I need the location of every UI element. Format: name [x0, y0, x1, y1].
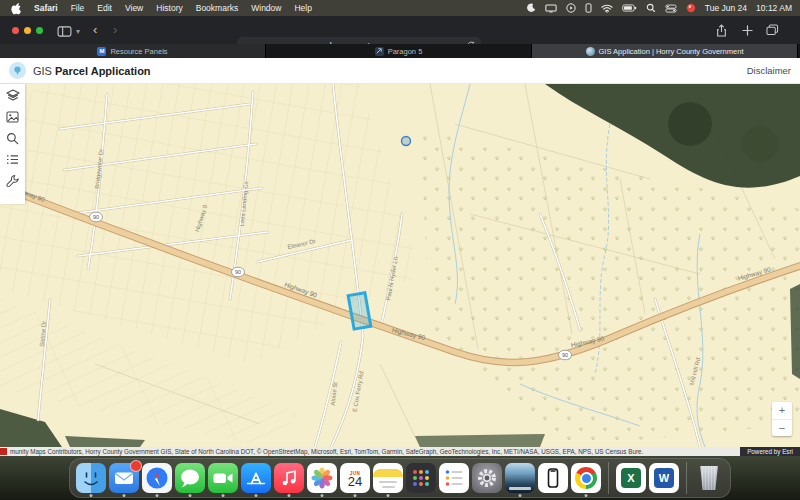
menu-item-window[interactable]: Window [251, 3, 281, 13]
shield-90: 90 [93, 214, 99, 220]
dock-facetime-icon[interactable] [208, 463, 238, 493]
map-tool-panel [0, 84, 25, 204]
dock-chrome-icon[interactable] [571, 463, 601, 493]
gis-app-logo-icon [9, 62, 26, 79]
dock-launchpad-icon[interactable] [406, 463, 436, 493]
battery-icon[interactable] [622, 4, 637, 12]
mail-badge [130, 460, 142, 472]
tab-favicon-arrow [375, 47, 384, 56]
tab-resource-panels[interactable]: M Resource Panels [0, 44, 266, 58]
chrome-logo [575, 467, 597, 489]
forward-button[interactable]: › [113, 22, 117, 38]
shield-90: 90 [562, 352, 568, 358]
location-marker[interactable] [402, 137, 411, 146]
notes-line [379, 481, 397, 483]
disclaimer-link[interactable]: Disclaimer [747, 65, 800, 76]
window-minimize-button[interactable] [24, 27, 31, 34]
dock-music-icon[interactable] [274, 463, 304, 493]
map-zoom-control: + − [772, 402, 792, 436]
sidebar-chevron-icon[interactable]: ▾ [76, 24, 80, 40]
tab-label: GIS Application | Horry County Governmen… [599, 47, 744, 56]
dock-photos-icon[interactable] [307, 463, 337, 493]
play-circle-icon[interactable] [566, 3, 576, 13]
control-center-icon[interactable] [665, 4, 677, 13]
wallpaper-caption-bar [509, 487, 531, 490]
dock-notes-icon[interactable] [373, 463, 403, 493]
screen: Safari File Edit View History Bookmarks … [0, 0, 800, 500]
dock: JUN 24 [69, 458, 731, 498]
attribution-logo-fragment [0, 448, 7, 455]
tab-label: Paragon 5 [388, 47, 423, 56]
tab-favicon-m: M [97, 47, 106, 56]
dock-separator [608, 462, 609, 494]
apple-icon[interactable] [10, 2, 21, 15]
notes-line [382, 486, 395, 488]
gis-app-header: GIS Parcel Application Disclaimer [0, 58, 800, 84]
red-circle-icon[interactable] [686, 3, 696, 13]
tab-overview-icon[interactable] [766, 24, 779, 40]
tab-label: Resource Panels [110, 47, 167, 56]
dock-calendar-icon[interactable]: JUN 24 [340, 463, 370, 493]
spotlight-icon[interactable] [646, 3, 656, 13]
tools-icon[interactable] [6, 174, 19, 187]
dock-iphone-mirroring-icon[interactable] [538, 463, 568, 493]
sidebar-toggle-icon[interactable] [57, 25, 72, 41]
dock-system-settings-icon[interactable] [472, 463, 502, 493]
excel-letter: X [621, 468, 641, 488]
display-icon[interactable] [545, 4, 557, 13]
map-canvas[interactable]: 90 90 90 Highway 90 Highway 90 Highway 9… [0, 84, 800, 447]
back-button[interactable]: ‹ [93, 22, 97, 38]
shield-90: 90 [235, 269, 241, 275]
tab-paragon-5[interactable]: Paragon 5 [266, 44, 532, 58]
notes-yellow-strip [373, 469, 403, 477]
phone-icon[interactable] [585, 3, 592, 13]
wifi-icon[interactable] [601, 4, 613, 13]
menu-item-file[interactable]: File [71, 3, 85, 13]
dock-word-icon[interactable]: W [649, 463, 679, 493]
safari-tab-bar: M Resource Panels Paragon 5 GIS Applicat… [0, 44, 800, 58]
dock-trash-icon[interactable] [694, 463, 724, 493]
window-zoom-button[interactable] [36, 27, 43, 34]
macos-menu-bar: Safari File Edit View History Bookmarks … [0, 0, 800, 16]
menu-item-view[interactable]: View [125, 3, 143, 13]
attribution-text: munity Maps Contributors, Horry County G… [10, 448, 643, 455]
dock-finder-icon[interactable] [76, 463, 106, 493]
layers-icon[interactable] [6, 89, 20, 102]
basemap-icon[interactable] [6, 111, 19, 123]
dock-app-store-icon[interactable] [241, 463, 271, 493]
menu-item-history[interactable]: History [156, 3, 182, 13]
search-icon[interactable] [6, 132, 19, 145]
moon-icon[interactable] [526, 3, 536, 13]
menu-item-edit[interactable]: Edit [97, 3, 112, 13]
calendar-day: 24 [348, 476, 362, 488]
zoom-out-button[interactable]: − [772, 420, 792, 437]
menu-item-bookmarks[interactable]: Bookmarks [196, 3, 239, 13]
legend-icon[interactable] [6, 154, 19, 165]
dock-separator [686, 462, 687, 494]
window-close-button[interactable] [12, 27, 19, 34]
map-graphics: 90 90 90 Highway 90 Highway 90 Highway 9… [0, 84, 800, 447]
page-title-prefix: GIS [33, 65, 52, 77]
dock-messages-icon[interactable] [175, 463, 205, 493]
page-title: GIS Parcel Application [33, 65, 151, 77]
dock-safari-icon[interactable] [142, 463, 172, 493]
menu-bar-time[interactable]: 10:12 AM [756, 3, 792, 13]
desktop-wallpaper: JUN 24 [0, 456, 800, 500]
menu-item-help[interactable]: Help [294, 3, 311, 13]
share-icon[interactable] [716, 24, 727, 41]
dock-wallpaper-app-icon[interactable] [505, 463, 535, 493]
dock-mail-icon[interactable] [109, 463, 139, 493]
menu-item-safari[interactable]: Safari [34, 3, 58, 13]
new-tab-icon[interactable] [742, 24, 753, 40]
word-letter: W [654, 468, 674, 488]
powered-by-esri[interactable]: Powered by Esri [740, 447, 800, 456]
zoom-in-button[interactable]: + [772, 402, 792, 420]
dock-excel-icon[interactable]: X [616, 463, 646, 493]
menu-bar-date[interactable]: Tue Jun 24 [705, 3, 747, 13]
tab-gis-application[interactable]: GIS Application | Horry County Governmen… [532, 44, 798, 58]
map-attribution-bar: munity Maps Contributors, Horry County G… [0, 447, 800, 456]
trash-bin-shape [699, 466, 719, 490]
dock-reminders-icon[interactable] [439, 463, 469, 493]
page-title-name: Parcel Application [55, 65, 151, 77]
tab-favicon-globe [586, 47, 595, 56]
